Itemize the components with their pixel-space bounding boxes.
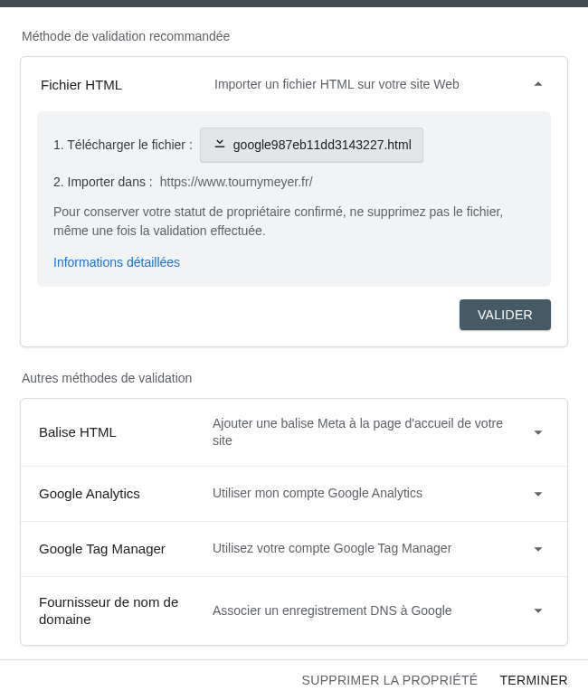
method-google-tag-manager[interactable]: Google Tag Manager Utilisez votre compte… xyxy=(21,521,567,576)
details-link[interactable]: Informations détaillées xyxy=(53,253,535,272)
chevron-down-icon[interactable] xyxy=(527,600,549,621)
html-file-panel-header[interactable]: Fichier HTML Importer un fichier HTML su… xyxy=(21,57,567,108)
download-icon xyxy=(212,134,228,156)
other-methods-card: Balise HTML Ajouter une balise Meta à la… xyxy=(20,398,568,646)
step-2-row: 2. Importer dans : https://www.tournymey… xyxy=(53,173,535,192)
step-1-label: 1. Télécharger le fichier : xyxy=(53,136,193,155)
method-desc: Utilisez votre compte Google Tag Manager xyxy=(213,540,517,557)
keep-file-note: Pour conserver votre statut de propriéta… xyxy=(53,203,535,241)
method-title: Fournisseur de nom de domaine xyxy=(39,593,202,629)
method-desc: Associer un enregistrement DNS à Google xyxy=(213,602,517,620)
method-domain-provider[interactable]: Fournisseur de nom de domaine Associer u… xyxy=(21,576,567,645)
method-title: Google Tag Manager xyxy=(39,540,202,558)
recommended-card: Fichier HTML Importer un fichier HTML su… xyxy=(20,56,568,347)
step-2-url: https://www.tournymeyer.fr/ xyxy=(160,173,313,192)
dialog-footer: SUPPRIMER LA PROPRIÉTÉ TERMINER xyxy=(0,659,588,700)
remove-property-button[interactable]: SUPPRIMER LA PROPRIÉTÉ xyxy=(302,673,479,687)
dialog-scroll-area: Méthode de validation recommandée Fichie… xyxy=(0,7,588,659)
chevron-down-icon[interactable] xyxy=(527,483,549,505)
method-title: Balise HTML xyxy=(39,423,202,441)
validate-button[interactable]: VALIDER xyxy=(460,299,551,330)
download-file-button[interactable]: google987eb11dd3143227.html xyxy=(200,128,423,162)
chevron-down-icon[interactable] xyxy=(527,538,549,560)
other-heading: Autres méthodes de validation xyxy=(22,371,566,385)
panel-desc: Importer un fichier HTML sur votre site … xyxy=(214,76,517,93)
method-desc: Ajouter une balise Meta à la page d'accu… xyxy=(213,415,517,449)
method-html-tag[interactable]: Balise HTML Ajouter une balise Meta à la… xyxy=(21,399,567,466)
window-topbar xyxy=(0,0,588,7)
panel-title: Fichier HTML xyxy=(41,77,204,92)
method-google-analytics[interactable]: Google Analytics Utiliser mon compte Goo… xyxy=(21,466,567,521)
recommended-heading: Méthode de validation recommandée xyxy=(22,29,566,43)
html-file-panel-body: 1. Télécharger le fichier : google987eb1… xyxy=(37,111,551,287)
finish-button[interactable]: TERMINER xyxy=(499,673,568,687)
chevron-up-icon[interactable] xyxy=(527,73,549,95)
step-1-row: 1. Télécharger le fichier : google987eb1… xyxy=(53,128,535,162)
step-2-label: 2. Importer dans : xyxy=(53,173,153,192)
method-title: Google Analytics xyxy=(39,485,202,503)
download-filename: google987eb11dd3143227.html xyxy=(233,136,412,155)
validate-row: VALIDER xyxy=(21,299,567,346)
method-desc: Utiliser mon compte Google Analytics xyxy=(213,485,517,502)
chevron-down-icon[interactable] xyxy=(527,421,549,443)
